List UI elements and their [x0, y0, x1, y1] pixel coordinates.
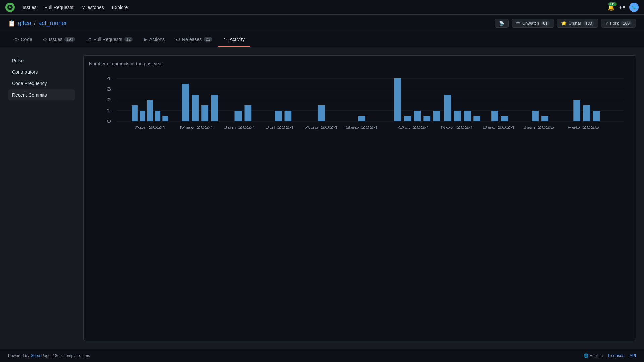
pr-badge: 12	[124, 37, 133, 42]
svg-rect-18	[201, 105, 208, 121]
tab-releases[interactable]: 🏷 Releases 22	[170, 32, 218, 47]
actions-icon: ▶	[144, 37, 147, 42]
fork-icon: ⑂	[605, 21, 608, 26]
chart-container: Number of commits in the past year 4 3 2…	[83, 55, 636, 341]
svg-rect-41	[593, 111, 600, 121]
footer-licenses-link[interactable]: Licenses	[608, 353, 624, 358]
svg-text:Oct 2024: Oct 2024	[398, 125, 429, 129]
repo-header: 📋 gitea / act_runner 📡 👁 Unwatch 61 ⭐ Un…	[0, 15, 644, 32]
svg-rect-20	[235, 111, 242, 121]
svg-rect-27	[404, 116, 411, 121]
topnav-right: 🔔 119 + ▾ 🐦	[607, 3, 639, 12]
sidebar-item-recent-commits[interactable]: Recent Commits	[8, 89, 75, 100]
svg-text:Jun 2024: Jun 2024	[224, 125, 255, 129]
star-icon: ⭐	[561, 21, 567, 26]
nav-pull-requests[interactable]: Pull Requests	[44, 5, 73, 10]
sidebar-item-code-frequency[interactable]: Code Frequency	[8, 78, 75, 89]
svg-rect-37	[532, 111, 539, 121]
svg-rect-38	[541, 116, 548, 121]
nav-explore[interactable]: Explore	[112, 5, 128, 10]
svg-text:Aug 2024: Aug 2024	[305, 125, 337, 129]
tab-issues[interactable]: ⊙ Issues 193	[38, 32, 81, 47]
svg-rect-30	[433, 111, 440, 121]
svg-rect-15	[162, 116, 168, 121]
svg-rect-11	[132, 105, 138, 121]
repo-title: 📋 gitea / act_runner	[8, 20, 67, 27]
main-content: Pulse Contributors Code Frequency Recent…	[0, 47, 644, 349]
user-avatar[interactable]: 🐦	[629, 3, 639, 12]
rss-button[interactable]: 📡	[495, 19, 509, 28]
notification-badge: 119	[608, 2, 617, 6]
star-count: 130	[583, 21, 594, 26]
svg-rect-16	[182, 84, 189, 121]
releases-badge: 22	[204, 37, 212, 42]
sidebar-item-pulse[interactable]: Pulse	[8, 55, 75, 66]
star-label: Unstar	[569, 21, 581, 26]
svg-text:Jul 2024: Jul 2024	[265, 125, 294, 129]
footer-gitea-link[interactable]: Gitea	[31, 353, 40, 358]
nav-issues[interactable]: Issues	[23, 5, 36, 10]
svg-text:Sep 2024: Sep 2024	[345, 125, 378, 129]
notifications-button[interactable]: 🔔 119	[607, 4, 615, 11]
repo-name-link[interactable]: act_runner	[38, 20, 67, 27]
svg-text:2: 2	[106, 98, 111, 102]
chart-title: Number of commits in the past year	[89, 61, 630, 66]
repo-owner-link[interactable]: gitea	[18, 20, 31, 27]
svg-text:Nov 2024: Nov 2024	[440, 125, 473, 129]
fork-count: 100	[621, 21, 632, 26]
svg-rect-19	[211, 95, 218, 121]
svg-rect-25	[358, 116, 365, 121]
svg-rect-21	[245, 105, 252, 121]
footer-language: 🌐 English	[584, 353, 603, 358]
issues-icon: ⊙	[43, 37, 47, 42]
footer-page-info: Page: 18ms Template: 2ms	[41, 353, 90, 358]
tab-actions[interactable]: ▶ Actions	[138, 32, 170, 47]
releases-icon: 🏷	[175, 37, 180, 42]
pr-icon: ⎇	[86, 37, 91, 42]
sidebar: Pulse Contributors Code Frequency Recent…	[8, 55, 75, 341]
svg-rect-14	[155, 111, 161, 121]
svg-rect-36	[501, 116, 508, 121]
svg-rect-24	[318, 105, 325, 121]
svg-text:Apr 2024: Apr 2024	[135, 125, 165, 129]
svg-text:1: 1	[106, 108, 111, 113]
fork-label: Fork	[610, 21, 619, 26]
repo-icon: 📋	[8, 20, 15, 27]
logo[interactable]	[5, 3, 15, 12]
svg-rect-33	[464, 111, 471, 121]
footer: Powered by Gitea Page: 18ms Template: 2m…	[0, 349, 644, 362]
repo-separator: /	[34, 20, 36, 27]
nav-milestones[interactable]: Milestones	[82, 5, 104, 10]
tab-nav: <> Code ⊙ Issues 193 ⎇ Pull Requests 12 …	[0, 32, 644, 47]
fork-button[interactable]: ⑂ Fork 100	[601, 19, 636, 28]
star-button[interactable]: ⭐ Unstar 130	[557, 19, 598, 28]
svg-rect-13	[147, 100, 153, 121]
tab-code[interactable]: <> Code	[8, 32, 38, 47]
top-nav: Issues Pull Requests Milestones Explore …	[0, 0, 644, 15]
eye-icon: 👁	[516, 21, 520, 26]
svg-rect-39	[573, 100, 580, 121]
svg-rect-17	[192, 95, 199, 121]
svg-rect-31	[444, 95, 451, 121]
footer-right: 🌐 English Licenses API	[584, 353, 636, 358]
sidebar-item-contributors[interactable]: Contributors	[8, 67, 75, 77]
svg-rect-34	[473, 116, 480, 121]
svg-rect-32	[454, 111, 461, 121]
watch-button[interactable]: 👁 Unwatch 61	[512, 19, 554, 28]
issues-badge: 193	[64, 37, 75, 42]
watch-label: Unwatch	[522, 21, 539, 26]
create-button[interactable]: + ▾	[619, 4, 625, 10]
commit-chart: 4 3 2 1 0	[89, 72, 630, 132]
globe-icon: 🌐	[584, 353, 589, 358]
svg-text:Feb 2025: Feb 2025	[567, 125, 599, 129]
tab-pull-requests[interactable]: ⎇ Pull Requests 12	[80, 32, 138, 47]
svg-text:4: 4	[106, 76, 111, 81]
svg-rect-22	[275, 111, 282, 121]
footer-powered-by: Powered by Gitea Page: 18ms Template: 2m…	[8, 353, 90, 358]
rss-icon: 📡	[499, 21, 504, 26]
svg-text:Jan 2025: Jan 2025	[523, 125, 554, 129]
svg-rect-29	[423, 116, 430, 121]
svg-rect-23	[285, 111, 292, 121]
footer-api-link[interactable]: API	[630, 353, 636, 358]
tab-activity[interactable]: 〜 Activity	[218, 32, 250, 47]
